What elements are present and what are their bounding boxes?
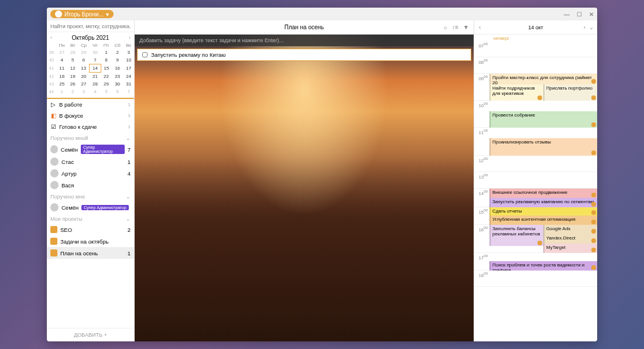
cal-day[interactable]: 3	[78, 88, 90, 95]
cal-day[interactable]: 30	[112, 80, 124, 88]
cal-prev-icon[interactable]: ‹	[50, 35, 52, 40]
cal-next-icon[interactable]: ›	[129, 35, 131, 40]
calendar-event[interactable]: Заполнить балансы рекламных кабинетов	[489, 225, 543, 246]
cal-day[interactable]: 4	[56, 56, 68, 64]
calendar-event[interactable]: Внешнее ссылочное продвижение	[489, 189, 597, 198]
maximize-icon[interactable]: ☐	[577, 11, 582, 18]
cal-day[interactable]: 1	[101, 49, 111, 56]
hour-cell[interactable]: Провести собрание	[489, 101, 597, 127]
cal-day[interactable]: 23	[112, 73, 124, 81]
close-icon[interactable]: ✕	[589, 11, 594, 18]
calendar-event[interactable]: Запустить рекламную кампанию по сегмента…	[489, 198, 597, 207]
cal-day[interactable]: 3	[124, 49, 134, 56]
hour-cell[interactable]: Проанализировать отзывы	[489, 128, 597, 155]
calendar-event[interactable]: Сдать отчеты	[489, 207, 597, 215]
project-row[interactable]: SEO 2	[47, 224, 134, 235]
cal-day[interactable]: 12	[68, 64, 78, 73]
calendar-event[interactable]: Провести собрание	[489, 111, 597, 128]
chevron-down-icon[interactable]: ⌄	[589, 24, 594, 30]
cal-day[interactable]: 30	[90, 49, 101, 56]
day-prev-icon[interactable]: ‹	[479, 24, 481, 30]
section-assigned-by-me[interactable]: Поручено мной ⌄	[47, 132, 134, 143]
person-row[interactable]: Семён Супер Администратор 7	[47, 143, 134, 156]
calendar-event[interactable]: MyTarget	[543, 244, 597, 253]
cal-day[interactable]: 20	[78, 73, 90, 81]
calendar-event[interactable]: Найти подрядчиков для креативов	[489, 84, 543, 101]
add-task-input[interactable]: Добавить задачу (введите текст задачи и …	[135, 35, 474, 46]
cal-day[interactable]: 9	[112, 56, 124, 64]
minimize-icon[interactable]: —	[564, 11, 570, 18]
cal-day[interactable]: 16	[112, 64, 124, 73]
sort-icon[interactable]: ↕≡	[452, 24, 458, 30]
cal-day[interactable]: 28	[90, 80, 101, 88]
section-my-projects[interactable]: Мои проекты ⌄	[47, 213, 134, 224]
person-row[interactable]: Вася	[47, 179, 134, 191]
cal-day[interactable]: 25	[56, 80, 68, 88]
add-button[interactable]: ДОБАВИТЬ +	[47, 328, 134, 341]
cal-day[interactable]: 2	[68, 88, 78, 95]
calendar-event[interactable]: Yandex.Direct	[543, 234, 597, 244]
nav-ready[interactable]: ☑ Готово к сдаче 1	[47, 121, 134, 132]
calendar-event[interactable]: Углубленная контентная оптимизация	[489, 215, 597, 225]
hour-cell[interactable]: Сдать отчетыУглубленная контентная оптим…	[489, 207, 597, 224]
hour-cell[interactable]	[489, 271, 597, 286]
calendar-event[interactable]: Пройти мастер-класс для сотрудника (займ…	[489, 74, 597, 84]
cal-day[interactable]: 29	[101, 80, 111, 88]
filter-icon[interactable]: ▼	[463, 24, 469, 30]
project-row[interactable]: Задачи на октябрь	[47, 235, 134, 247]
cal-day[interactable]: 1	[56, 88, 68, 95]
hour-cell[interactable]	[489, 156, 597, 172]
hour-cell[interactable]: Заполнить балансы рекламных кабинетовGoo…	[489, 225, 597, 252]
cal-day[interactable]: 4	[90, 88, 101, 95]
hour-cell[interactable]	[489, 57, 597, 73]
search-input[interactable]	[50, 23, 131, 29]
cal-day[interactable]: 28	[68, 49, 78, 56]
nav-in-focus[interactable]: ◧ В фокусе 1	[47, 110, 134, 121]
hour-cell[interactable]	[489, 41, 597, 57]
cal-day[interactable]: 18	[56, 73, 68, 81]
cal-day[interactable]: 11	[56, 64, 68, 73]
day-next-icon[interactable]: ›	[584, 24, 585, 30]
task-checkbox[interactable]	[142, 52, 148, 57]
calendar-event[interactable]: Поиск проблем и точек роста видимости и …	[489, 261, 597, 271]
cal-day[interactable]: 27	[56, 49, 68, 56]
cal-day[interactable]: 2	[112, 49, 124, 56]
cal-day[interactable]: 8	[101, 56, 111, 64]
cal-day[interactable]: 13	[78, 64, 90, 73]
cal-day[interactable]: 5	[101, 88, 111, 95]
cal-day[interactable]: 7	[90, 56, 101, 64]
calendar-event[interactable]: Проанализировать отзывы	[489, 138, 597, 156]
cal-day[interactable]: 24	[124, 73, 134, 81]
cal-day[interactable]: 17	[124, 64, 134, 73]
project-row[interactable]: План на осень 1	[47, 247, 134, 259]
calendar-event[interactable]: Прислать портфолио	[543, 84, 597, 101]
cal-day[interactable]: 15	[101, 64, 111, 73]
hour-cell[interactable]: Пройти мастер-класс для сотрудника (займ…	[489, 74, 597, 100]
hour-cell[interactable]	[489, 172, 597, 188]
person-row[interactable]: Семён Супер Администратор	[47, 201, 134, 213]
cal-day[interactable]: 29	[78, 49, 90, 56]
cal-day[interactable]: 22	[101, 73, 111, 81]
timeline[interactable]: 0700 0800 0900 Пройти мастер-класс для с…	[474, 41, 597, 341]
cal-day[interactable]: 6	[78, 56, 90, 64]
person-row[interactable]: Артур 4	[47, 167, 134, 179]
cal-day[interactable]: 5	[68, 56, 78, 64]
cal-day[interactable]: 27	[78, 80, 90, 88]
cal-day[interactable]: 6	[112, 88, 124, 95]
section-assigned-to-me[interactable]: Поручено мне ⌄	[47, 191, 134, 201]
cal-day[interactable]: 31	[124, 80, 134, 88]
cal-day[interactable]: 19	[68, 73, 78, 81]
hour-cell[interactable]: Внешнее ссылочное продвижениеЗапустить р…	[489, 189, 597, 207]
cal-day[interactable]: 14	[90, 64, 101, 73]
cal-day[interactable]: 7	[124, 88, 134, 95]
user-chip[interactable]: Игорь Брони... ▾	[50, 10, 114, 18]
task-card[interactable]: Запустить рекламу по Китаю	[137, 49, 471, 61]
cal-day[interactable]: 21	[90, 73, 101, 81]
person-row[interactable]: Стас 1	[47, 156, 134, 167]
cal-day[interactable]: 10	[124, 56, 134, 64]
hour-cell[interactable]: Поиск проблем и точек роста видимости и …	[489, 253, 597, 270]
cal-day[interactable]: 26	[68, 80, 78, 88]
calendar-event[interactable]: Google Ads	[543, 225, 597, 234]
nav-in-work[interactable]: ▷ В работе 1	[47, 99, 134, 110]
search-icon[interactable]: ⌕	[444, 24, 447, 30]
